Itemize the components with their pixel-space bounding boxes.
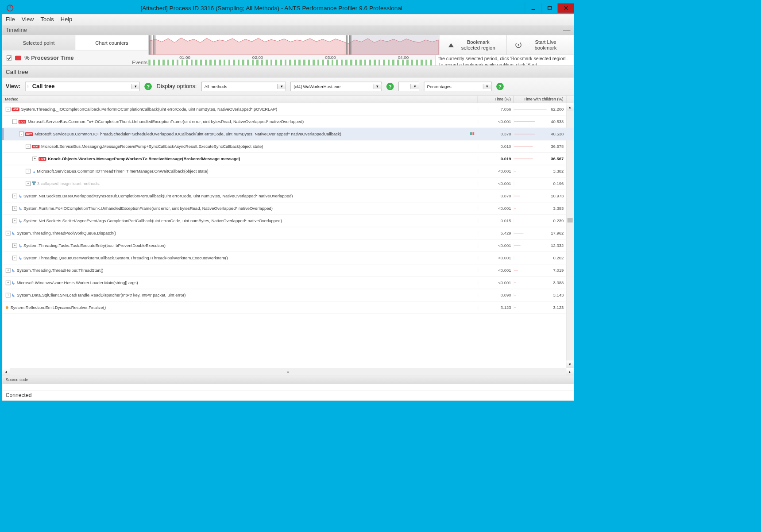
time-value: 0.015 [478,219,514,224]
tree-toggle[interactable]: + [6,293,11,298]
table-row[interactable]: +↳Microsoft.ServiceBus.Common.IOThreadTi… [2,165,574,177]
selection-handle-left[interactable] [149,35,155,54]
table-row[interactable]: System.Reflection.Emit.DynamicResolver.F… [2,301,574,314]
tree-toggle[interactable]: + [26,181,31,186]
tree-toggle[interactable]: + [12,243,17,248]
scroll-left-icon[interactable]: ◂ [2,368,10,376]
checkbox-icon[interactable] [6,55,12,61]
time-value: 0.090 [478,293,514,298]
time-value: <0.001 [478,169,514,174]
grid-header: Method Time (%) Time with children (%) [2,96,574,103]
svg-rect-13 [33,183,35,185]
table-row[interactable]: +↳System.Threading.ThreadHelper.ThreadSt… [2,264,574,277]
tree-toggle[interactable]: + [12,206,17,211]
units-combo[interactable]: Percentages ▾ [424,82,492,91]
collapse-icon[interactable]: — [563,26,571,35]
method-name: System.Threading.ThreadHelper.ThreadStar… [17,268,104,273]
tree-toggle[interactable]: + [6,268,11,273]
col-twc[interactable]: Time with children (%) [514,96,566,103]
empty-combo[interactable]: ▾ [398,82,419,91]
table-row[interactable]: +↳System.Runtime.Fx+IOCompletionThunk.Un… [2,202,574,215]
table-row[interactable]: -HOTSystem.Threading._IOCompletionCallba… [2,103,574,116]
tree-toggle[interactable]: + [12,194,17,199]
tree-toggle[interactable]: + [26,169,31,174]
menu-file[interactable]: File [6,16,15,23]
tree-toggle[interactable]: - [6,231,11,236]
menu-view[interactable]: View [22,16,34,23]
filter-icon [32,181,36,186]
method-name: System.Reflection.Emit.DynamicResolver.F… [10,305,106,310]
twc-value: 17.962 [514,231,566,236]
svg-rect-12 [32,181,36,183]
live-bookmark-button[interactable]: Start Live bookmark [506,35,574,54]
table-row[interactable]: +↳System.Threading.Tasks.Task.ExecuteEnt… [2,239,574,252]
menu-tools[interactable]: Tools [41,16,54,23]
arrow-icon: ↳ [12,268,15,273]
window-title: [Attached] Process ID 3316 (Sampling; Al… [18,4,525,12]
arrow-icon: ↳ [19,206,22,211]
table-row[interactable]: +↳System.Threading.QueueUserWorkItemCall… [2,252,574,264]
tree-toggle[interactable]: + [32,157,37,162]
app-icon [5,4,15,13]
events-label: Events [132,60,147,66]
tree-toggle[interactable]: - [19,132,24,137]
arrow-icon: ↳ [12,231,15,235]
tree-toggle[interactable]: - [6,107,11,112]
help-icon[interactable]: ? [496,83,504,90]
tree-toggle[interactable]: - [26,144,31,149]
tree-toggle[interactable]: + [6,281,11,285]
bookmark-region-button[interactable]: Bookmark selected region [439,35,506,54]
col-method[interactable]: Method [2,96,478,103]
table-row[interactable]: -HOTMicrosoft.ServiceBus.Messaging.Messa… [2,140,574,153]
horizontal-scrollbar[interactable]: ◂ ≡ ▸ [2,368,574,375]
tree-toggle[interactable]: - [12,119,17,124]
help-icon[interactable]: ? [386,83,394,90]
twc-value: 36.578 [514,144,566,149]
tree-toggle[interactable]: + [12,219,17,224]
hint-text: the currently selected period, click 'Bo… [435,55,574,65]
maximize-button[interactable] [541,4,558,13]
live-icon [515,41,522,49]
close-button[interactable] [558,4,574,13]
scroll-right-icon[interactable]: ▸ [566,368,574,376]
menu-help[interactable]: Help [61,16,72,23]
twc-value: 3.382 [514,169,566,174]
source-code-header[interactable]: Source code [2,376,574,384]
table-row[interactable]: -HOTMicrosoft.ServiceBus.Common.Fx+IOCom… [2,116,574,128]
time-value: <0.001 [478,119,514,124]
table-row[interactable]: +↳System.Data.SqlClient.SNILoadHandle.Re… [2,289,574,301]
time-value: 5.429 [478,231,514,236]
scroll-down-icon[interactable]: ▾ [566,361,574,368]
tree-toggle[interactable]: + [12,256,17,261]
col-time[interactable]: Time (%) [478,96,514,103]
help-icon[interactable]: ? [144,83,152,90]
methods-combo[interactable]: All methods ▾ [201,82,286,91]
timeline-chart[interactable] [148,35,439,54]
method-name: System.Net.Sockets.BaseOverlappedAsyncRe… [23,194,293,199]
view-combo[interactable]: ⊦ Call tree ▾ [25,82,140,91]
twc-value: 12.332 [514,243,566,248]
table-row[interactable]: -HOTMicrosoft.ServiceBus.Common.IOThread… [2,128,574,140]
scroll-grip-icon[interactable]: ≡ [10,370,566,374]
table-row[interactable]: +HOTKnock.Objects.Workers.MessagePumpWor… [2,153,574,165]
twc-value: 0.202 [514,256,566,261]
table-row[interactable]: +↳System.Net.Sockets.BaseOverlappedAsync… [2,190,574,202]
source-icon[interactable] [470,131,476,137]
table-row[interactable]: +↳System.Net.Sockets.SocketAsyncEventArg… [2,215,574,227]
time-value: 7.056 [478,107,514,112]
table-row[interactable]: +3 collapsed insignificant methods.<0.00… [2,177,574,190]
arrow-icon: ↳ [19,255,22,260]
table-row[interactable]: +↳Microsoft.WindowsAzure.Hosts.Worker.Lo… [2,277,574,289]
method-name: 3 collapsed insignificant methods. [37,181,100,186]
hot-badge: HOT [12,108,19,111]
method-name: System.Runtime.Fx+IOCompletionThunk.Unha… [23,206,273,211]
table-row[interactable]: -↳System.Threading.ThreadPoolWorkQueue.D… [2,227,574,239]
process-combo[interactable]: [cf4] WaWorkerHost.exe ▾ [290,82,382,91]
events-strip[interactable] [148,60,440,66]
tab-chart-counters[interactable]: Chart counters [75,35,148,50]
twc-value: 0.196 [514,181,566,186]
minimize-button[interactable] [525,4,541,13]
twc-value: 0.239 [514,219,566,224]
time-value: 0.010 [478,144,514,149]
tab-selected-point[interactable]: Selected point [2,35,75,50]
